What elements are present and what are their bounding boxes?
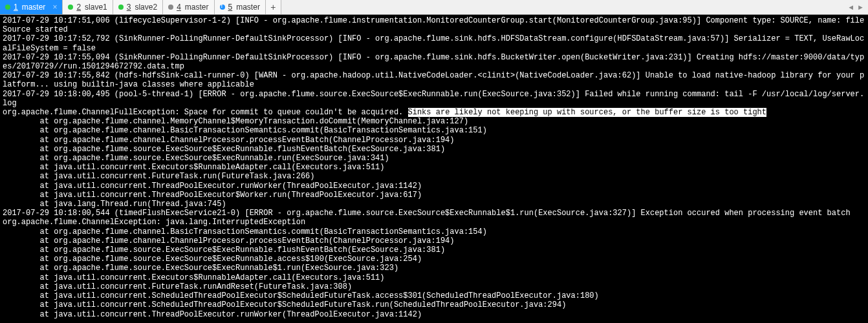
log-line: at org.apache.flume.channel.BasicTransac…: [3, 126, 865, 135]
tabbar-spacer: [281, 0, 843, 14]
tab-number: 4: [177, 3, 181, 12]
tab-bar: 1 master×2 slave13 slave24 master5 maste…: [0, 0, 868, 15]
log-line: at org.apache.flume.channel.BasicTransac…: [3, 227, 865, 236]
tab-master-5[interactable]: 5 master: [215, 0, 266, 14]
tab-label: slave1: [85, 3, 107, 12]
log-line: at java.util.concurrent.ScheduledThreadP…: [3, 300, 865, 309]
terminal-output[interactable]: 2017-07-29 10:17:51,006 (lifecycleSuperv…: [0, 15, 868, 323]
tab-master-1[interactable]: 1 master×: [0, 0, 63, 14]
log-line: at java.util.concurrent.ThreadPoolExecut…: [3, 310, 865, 319]
log-line: at java.lang.Thread.run(Thread.java:745): [3, 200, 865, 209]
log-line: at org.apache.flume.source.ExecSource$Ex…: [3, 245, 865, 255]
log-line: 2017-07-29 10:18:00,544 (timedFlushExecS…: [3, 209, 865, 218]
log-line: at java.util.concurrent.ThreadPoolExecut…: [3, 182, 865, 191]
tab-number: 5: [228, 3, 233, 12]
log-line: at org.apache.flume.source.ExecSource$Ex…: [3, 145, 865, 154]
status-dot-icon: [168, 5, 173, 10]
log-line: at org.apache.flume.channel.ChannelProce…: [3, 136, 865, 145]
log-line: at org.apache.flume.source.ExecSource$Ex…: [3, 154, 865, 163]
log-line: org.apache.flume.ChannelFullException: S…: [3, 108, 865, 117]
tab-nav: ◄ ►: [843, 0, 868, 14]
log-line: 2017-07-29 10:17:55,842 (hdfs-hdfsSink-c…: [3, 71, 865, 89]
tab-label: master: [236, 3, 260, 12]
alert-icon: [220, 5, 225, 10]
log-line: at org.apache.flume.source.ExecSource$Ex…: [3, 255, 865, 264]
log-line: 2017-07-29 10:17:52,792 (SinkRunner-Poll…: [3, 34, 865, 52]
tab-number: 3: [127, 3, 131, 12]
log-line: 2017-07-29 10:18:00,495 (pool-5-thread-1…: [3, 90, 865, 108]
log-line: at java.util.concurrent.ThreadPoolExecut…: [3, 191, 865, 200]
tab-number: 1: [14, 3, 18, 12]
log-line: 2017-07-29 10:17:55,094 (SinkRunner-Poll…: [3, 53, 865, 71]
log-line: at java.util.concurrent.FutureTask.run(F…: [3, 172, 865, 181]
tab-number: 2: [76, 3, 81, 12]
close-icon[interactable]: ×: [52, 3, 57, 11]
tab-prev-button[interactable]: ◄: [847, 3, 854, 11]
tab-label: master: [22, 3, 46, 12]
tab-label: master: [185, 3, 209, 12]
tab-next-button[interactable]: ►: [857, 3, 864, 11]
log-line: at java.util.concurrent.Executors$Runnab…: [3, 163, 865, 172]
status-dot-icon: [68, 5, 73, 10]
add-tab-button[interactable]: +: [266, 0, 281, 14]
status-dot-icon: [5, 5, 10, 10]
log-line: at java.util.concurrent.Executors$Runnab…: [3, 273, 865, 282]
log-line: at org.apache.flume.channel.ChannelProce…: [3, 236, 865, 245]
log-line: org.apache.flume.ChannelException: java.…: [3, 218, 865, 227]
log-line: at org.apache.flume.source.ExecSource$Ex…: [3, 264, 865, 273]
tab-master-4[interactable]: 4 master: [163, 0, 214, 14]
log-line: 2017-07-29 10:17:51,006 (lifecycleSuperv…: [3, 16, 865, 34]
highlighted-text: Sinks are likely not keeping up with sou…: [408, 108, 767, 117]
log-line: at java.util.concurrent.FutureTask.runAn…: [3, 282, 865, 291]
log-line: at java.util.concurrent.ScheduledThreadP…: [3, 291, 865, 300]
tab-slave1-2[interactable]: 2 slave1: [63, 0, 113, 14]
tab-label: slave2: [135, 3, 157, 12]
status-dot-icon: [118, 5, 124, 10]
log-line: at org.apache.flume.channel.MemoryChanne…: [3, 117, 865, 126]
tab-slave2-3[interactable]: 3 slave2: [113, 0, 163, 14]
